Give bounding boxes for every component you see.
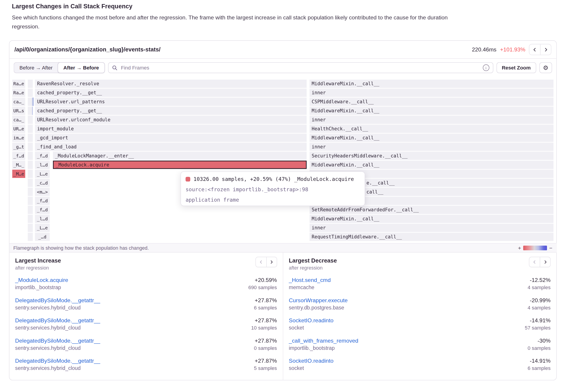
change-value: +20.59% xyxy=(255,276,277,284)
frame-bar[interactable]: URLResolver.url_patterns xyxy=(35,98,307,106)
minimap-cell[interactable] xyxy=(28,80,32,88)
frame-bar-right[interactable]: MiddlewareMixin.__call__ xyxy=(310,215,553,223)
frame-bar-right[interactable]: MiddlewareMixin.__call__ xyxy=(310,80,553,88)
minimap-cell[interactable] xyxy=(28,206,32,214)
largest-decrease-section: Largest Decrease after regression _Host.… xyxy=(283,252,556,380)
frame-bar-right[interactable]: SecurityHeadersMiddleware.__call__ xyxy=(310,152,553,160)
function-link[interactable]: _ModuleLock.acquire xyxy=(15,276,68,284)
frame-bar[interactable]: cached_property.__get__ xyxy=(35,89,307,97)
frame-bar[interactable]: _ModuleLock.acquire xyxy=(53,161,307,169)
frame-bar[interactable]: import_module xyxy=(35,125,307,133)
minimap-cell[interactable] xyxy=(28,179,32,187)
minimap-cell[interactable] xyxy=(28,134,32,142)
list-item: DelegatedBySiloMode.__getattr__+27.87%se… xyxy=(15,296,277,311)
frame-bar-right[interactable]: inner xyxy=(310,224,553,232)
function-link[interactable]: DelegatedBySiloMode.__getattr__ xyxy=(15,296,100,304)
minimap-cell[interactable] xyxy=(28,170,32,178)
chevron-right-icon xyxy=(270,260,274,264)
decrease-pager xyxy=(529,257,551,267)
function-link[interactable]: DelegatedBySiloMode.__getattr__ xyxy=(15,357,100,365)
minimap-cell[interactable] xyxy=(28,224,32,232)
frame-bar[interactable]: _gcd_import xyxy=(35,134,307,142)
tooltip-source: source:<frozen importlib._bootstrap>:98 xyxy=(185,186,360,193)
function-link[interactable]: CursorWrapper.execute xyxy=(289,296,348,304)
decrease-prev-button[interactable] xyxy=(529,257,540,267)
frame-bar-right[interactable]: MiddlewareMixin.__call__ xyxy=(310,161,553,169)
frame-bar-right[interactable]: RequestTimingMiddleware.__call__ xyxy=(310,233,553,241)
module-name: socket xyxy=(289,364,304,372)
frame-label-cell[interactable]: Ra…e xyxy=(12,89,25,97)
frame-sub-cell[interactable]: _c…d xyxy=(35,179,50,187)
frame-bar[interactable]: URLResolver.urlconf_module xyxy=(35,116,307,124)
frame-label-cell[interactable]: UR…s xyxy=(12,107,25,115)
minimap-cell[interactable] xyxy=(28,125,32,133)
change-value: -20.99% xyxy=(530,296,551,304)
frame-sub-cell[interactable]: _f…d xyxy=(35,206,50,214)
frame-sub-cell[interactable]: _l…d xyxy=(35,161,50,169)
minimap-cell[interactable] xyxy=(28,233,32,241)
minimap-cell[interactable] xyxy=(28,142,32,151)
frame-sub-cell[interactable]: _f…d xyxy=(35,197,50,205)
frame-label-cell[interactable]: im…e xyxy=(12,134,25,142)
minimap-cell[interactable] xyxy=(28,197,32,205)
frame-label-cell[interactable]: _M…e xyxy=(12,170,25,178)
frame-bar-right[interactable]: HealthCheck.__call__ xyxy=(310,125,553,133)
list-item-row1: _ModuleLock.acquire+20.59% xyxy=(15,276,277,284)
frame-bar[interactable]: _ModuleLockManager.__enter__ xyxy=(53,152,307,160)
frame-bar[interactable]: cached_property.__get__ xyxy=(35,107,307,115)
frame-label-cell[interactable]: ca…_ xyxy=(12,98,25,106)
module-name: memcache xyxy=(289,284,314,291)
list-item: CursorWrapper.execute-20.99%sentry.db.po… xyxy=(289,296,551,311)
module-name: sentry.services.hybrid_cloud xyxy=(15,304,81,312)
frame-sub-cell[interactable]: _f…d xyxy=(35,152,50,160)
list-item-row1: SocketIO.readinto-14.91% xyxy=(289,317,551,324)
frame-bar-right[interactable]: MiddlewareMixin.__call__ xyxy=(310,134,553,142)
frame-bar[interactable]: _find_and_load xyxy=(35,142,307,151)
frame-bar[interactable]: RavenResolver._resolve xyxy=(35,80,307,88)
frame-sub-cell[interactable]: _l…d xyxy=(35,215,50,223)
frame-label-cell[interactable]: Ra…e xyxy=(12,80,25,88)
frame-bar-right[interactable]: inner xyxy=(310,142,553,151)
minimap-cell[interactable] xyxy=(28,116,32,124)
function-link[interactable]: _call_with_frames_removed xyxy=(289,337,358,344)
frame-label-cell[interactable]: _g…t xyxy=(12,142,25,151)
decrease-list: _Host.send_cmd-12.52%memcache4 samplesCu… xyxy=(289,276,551,372)
frame-bar-right[interactable]: MiddlewareMixin.__call__ xyxy=(310,107,553,115)
frame-color-swatch xyxy=(185,177,190,181)
minimap-cell[interactable] xyxy=(28,161,32,169)
change-value: +27.87% xyxy=(255,357,277,365)
decrease-next-button[interactable] xyxy=(540,257,550,267)
minimap-cell[interactable] xyxy=(28,89,32,97)
flamegraph-statusbar: Flamegraph is showing how the stack popu… xyxy=(10,243,556,252)
frame-sub-cell[interactable]: _L…e xyxy=(35,170,50,178)
minimap-cell[interactable] xyxy=(28,215,32,223)
increase-prev-button[interactable] xyxy=(256,257,266,267)
increase-list: _ModuleLock.acquire+20.59%importlib._boo… xyxy=(15,276,277,372)
sample-count: 6 samples xyxy=(254,304,277,312)
increase-pager xyxy=(255,257,277,267)
regression-analysis-page: Largest Changes in Call Stack Frequency … xyxy=(0,0,565,392)
frame-label-cell[interactable]: ca…_ xyxy=(12,116,25,124)
frame-label-cell[interactable]: _f…d xyxy=(12,152,25,160)
function-link[interactable]: DelegatedBySiloMode.__getattr__ xyxy=(15,317,100,324)
frame-label-cell[interactable]: UR…e xyxy=(12,125,25,133)
frame-bar-right[interactable]: inner xyxy=(310,89,553,97)
module-name: importlib._bootstrap xyxy=(15,284,61,291)
minimap-cell[interactable] xyxy=(28,188,32,196)
frame-bar-right[interactable]: inner xyxy=(310,116,553,124)
frame-label-cell[interactable]: _M…_ xyxy=(12,161,25,169)
frame-sub-cell[interactable]: _…d xyxy=(35,233,50,241)
largest-increase-section: Largest Increase after regression _Modul… xyxy=(10,252,283,380)
minimap-cell[interactable] xyxy=(28,152,32,160)
function-link[interactable]: SocketIO.readinto xyxy=(289,317,334,324)
function-link[interactable]: DelegatedBySiloMode.__getattr__ xyxy=(15,337,100,344)
frame-bar-right[interactable]: CSPMiddleware.__call__ xyxy=(310,98,553,106)
frame-sub-cell[interactable]: _L…e xyxy=(35,224,50,232)
frame-sub-cell[interactable]: <m…> xyxy=(35,188,50,196)
frame-bar-right[interactable]: SetRemoteAddrFromForwardedFor.__call__ xyxy=(310,206,553,214)
list-item: SocketIO.readinto-14.91%socket6 samples xyxy=(289,357,551,372)
increase-next-button[interactable] xyxy=(266,257,276,267)
function-link[interactable]: SocketIO.readinto xyxy=(289,357,334,365)
function-link[interactable]: _Host.send_cmd xyxy=(289,276,331,284)
change-value: -14.91% xyxy=(530,357,551,365)
